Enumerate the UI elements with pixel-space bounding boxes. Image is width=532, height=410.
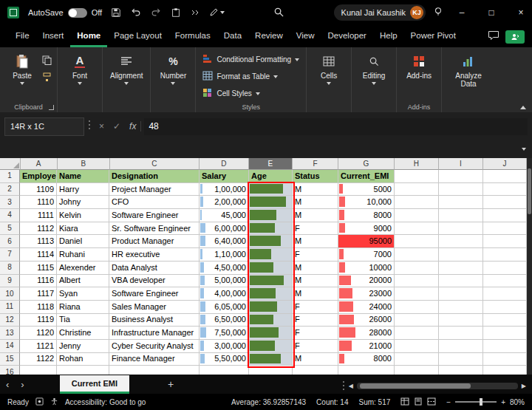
column-header-H[interactable]: H bbox=[395, 158, 439, 170]
cell-J4[interactable] bbox=[483, 209, 527, 222]
menu-tab-developer[interactable]: Developer bbox=[321, 27, 373, 47]
cell-H4[interactable] bbox=[395, 209, 439, 222]
undo-button[interactable] bbox=[131, 7, 141, 18]
accessibility-icon[interactable] bbox=[50, 397, 58, 407]
cell-B12[interactable]: Tia bbox=[57, 314, 109, 327]
cell-G9[interactable]: 20000 bbox=[338, 275, 395, 288]
more-quick-access-button[interactable] bbox=[191, 8, 200, 17]
cell-B4[interactable]: Kelvin bbox=[57, 209, 109, 222]
cell-G10[interactable]: 23000 bbox=[338, 287, 395, 301]
cell-C12[interactable]: Business Analyst bbox=[109, 314, 200, 327]
cell-A7[interactable]: 1114 bbox=[20, 248, 57, 262]
cell-I9[interactable] bbox=[439, 275, 483, 288]
cell-B7[interactable]: Ruhani bbox=[57, 248, 109, 262]
row-header-8[interactable]: 8 bbox=[0, 262, 20, 275]
menu-tab-data[interactable]: Data bbox=[217, 27, 248, 47]
horizontal-scrollbar[interactable] bbox=[357, 383, 518, 389]
cell-G15[interactable]: 8000 bbox=[338, 353, 395, 366]
insert-function-button[interactable]: fx bbox=[125, 121, 141, 131]
cell-H3[interactable] bbox=[395, 196, 439, 209]
column-header-A[interactable]: A bbox=[21, 158, 58, 170]
cell-C7[interactable]: HR executive bbox=[109, 248, 200, 262]
cell-B13[interactable]: Christine bbox=[57, 327, 109, 340]
alignment-button[interactable]: Alignment bbox=[106, 50, 146, 88]
editing-mode-button[interactable] bbox=[209, 8, 225, 17]
cell-D16[interactable] bbox=[200, 366, 249, 375]
cell-B15[interactable]: Rohan bbox=[57, 353, 109, 366]
cell-H9[interactable] bbox=[395, 275, 439, 288]
cells-button[interactable]: Cells bbox=[310, 50, 347, 88]
row-header-7[interactable]: 7 bbox=[0, 248, 20, 262]
cell-A3[interactable]: 1110 bbox=[20, 196, 57, 209]
cell-H12[interactable] bbox=[395, 314, 439, 327]
cell-D9[interactable]: 5,00,000 bbox=[200, 275, 249, 288]
cell-E6[interactable] bbox=[249, 235, 293, 248]
cell-B10[interactable]: Syan bbox=[57, 287, 109, 301]
cell-D1[interactable]: Salary bbox=[200, 170, 249, 183]
cell-J10[interactable] bbox=[483, 287, 527, 301]
cell-C4[interactable]: Software Engineer bbox=[109, 209, 200, 222]
editing-button[interactable]: Editing bbox=[355, 50, 392, 88]
cell-C8[interactable]: Data Analyst bbox=[109, 262, 200, 275]
cell-I1[interactable] bbox=[439, 170, 483, 183]
cell-I4[interactable] bbox=[439, 209, 483, 222]
confirm-entry-icon[interactable]: ✓ bbox=[109, 121, 125, 131]
menu-tab-view[interactable]: View bbox=[290, 27, 321, 47]
column-header-C[interactable]: C bbox=[110, 158, 200, 170]
row-header-6[interactable]: 6 bbox=[0, 235, 20, 248]
cell-J7[interactable] bbox=[483, 248, 527, 262]
cell-A16[interactable] bbox=[20, 366, 57, 375]
row-header-2[interactable]: 2 bbox=[0, 183, 20, 197]
clipboard-dialog-launcher-icon[interactable] bbox=[49, 105, 54, 110]
name-box[interactable]: 14R x 1C bbox=[4, 117, 84, 136]
cell-D6[interactable]: 6,40,000 bbox=[200, 235, 249, 248]
status-count[interactable]: Count: 14 bbox=[316, 398, 348, 406]
cell-F11[interactable]: F bbox=[293, 301, 338, 314]
cell-C10[interactable]: Software Engineer bbox=[109, 287, 200, 301]
cell-J15[interactable] bbox=[483, 353, 527, 366]
cell-E16[interactable] bbox=[249, 366, 293, 375]
page-layout-view-icon[interactable] bbox=[414, 397, 423, 407]
cell-B6[interactable]: Daniel bbox=[57, 235, 109, 248]
cell-H10[interactable] bbox=[395, 287, 439, 301]
analyze-data-button[interactable]: Analyze Data bbox=[446, 50, 491, 91]
cell-D14[interactable]: 3,00,000 bbox=[200, 340, 249, 353]
row-header-1[interactable]: 1 bbox=[0, 170, 20, 183]
cell-J16[interactable] bbox=[483, 366, 527, 375]
cell-G2[interactable]: 5000 bbox=[338, 183, 395, 197]
cell-D4[interactable]: 45,000 bbox=[200, 209, 249, 222]
menu-tab-help[interactable]: Help bbox=[373, 27, 404, 47]
cell-H5[interactable] bbox=[395, 222, 439, 236]
cell-E13[interactable] bbox=[249, 327, 293, 340]
cell-J11[interactable] bbox=[483, 301, 527, 314]
cell-J13[interactable] bbox=[483, 327, 527, 340]
cell-E7[interactable] bbox=[249, 248, 293, 262]
row-header-9[interactable]: 9 bbox=[0, 275, 20, 288]
cell-F3[interactable]: M bbox=[293, 196, 338, 209]
row-header-15[interactable]: 15 bbox=[0, 353, 20, 366]
scroll-right-icon[interactable]: ▶ bbox=[522, 383, 526, 389]
cell-J3[interactable] bbox=[483, 196, 527, 209]
cell-F14[interactable]: F bbox=[293, 340, 338, 353]
row-header-13[interactable]: 13 bbox=[0, 327, 20, 340]
formula-input[interactable]: 48 bbox=[144, 118, 528, 135]
cell-C11[interactable]: Sales Manager bbox=[109, 301, 200, 314]
select-all-corner[interactable] bbox=[0, 158, 21, 170]
cell-D3[interactable]: 2,00,000 bbox=[200, 196, 249, 209]
row-header-5[interactable]: 5 bbox=[0, 222, 20, 236]
minimize-button[interactable]: – bbox=[451, 0, 473, 25]
cell-D11[interactable]: 6,05,000 bbox=[200, 301, 249, 314]
cell-G1[interactable]: Current_EMI bbox=[338, 170, 395, 183]
row-header-4[interactable]: 4 bbox=[0, 209, 20, 222]
row-header-10[interactable]: 10 bbox=[0, 287, 20, 301]
cell-E12[interactable] bbox=[249, 314, 293, 327]
cell-E2[interactable] bbox=[249, 183, 293, 197]
row-header-14[interactable]: 14 bbox=[0, 340, 20, 353]
cell-G13[interactable]: 28000 bbox=[338, 327, 395, 340]
cell-A14[interactable]: 1121 bbox=[20, 340, 57, 353]
autosave-toggle[interactable]: AutoSave Off bbox=[28, 8, 102, 18]
row-header-11[interactable]: 11 bbox=[0, 301, 20, 314]
cell-H7[interactable] bbox=[395, 248, 439, 262]
cell-B2[interactable]: Harry bbox=[57, 183, 109, 197]
cell-G3[interactable]: 10,000 bbox=[338, 196, 395, 209]
